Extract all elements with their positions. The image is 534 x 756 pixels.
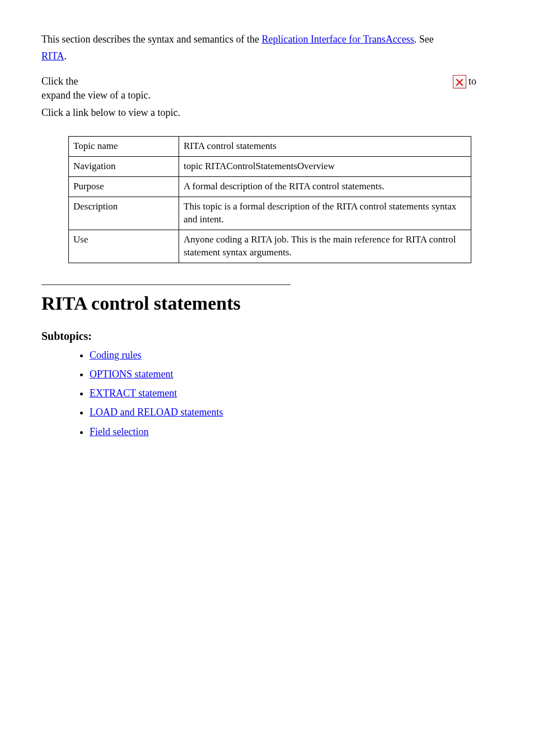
- expand-prefix: Click the: [41, 76, 81, 87]
- list-item: EXTRACT statement: [90, 386, 493, 400]
- cell-value: topic RITAControlStatementsOverview: [179, 157, 471, 177]
- cell-value: Anyone coding a RITA job. This is the ma…: [179, 230, 471, 263]
- broken-image-icon[interactable]: [453, 75, 466, 88]
- intro-paragraph-line1: This section describes the syntax and se…: [41, 32, 493, 46]
- cell-value: This topic is a formal description of th…: [179, 197, 471, 230]
- list-item: Coding rules: [90, 348, 493, 362]
- click-link-instruction: Click a link below to view a topic.: [41, 106, 493, 119]
- subtopic-link[interactable]: LOAD and RELOAD statements: [90, 407, 223, 418]
- cell-key: Purpose: [69, 176, 179, 197]
- subtopic-link[interactable]: OPTIONS statement: [90, 368, 173, 380]
- link-rita-short[interactable]: RITA: [41, 50, 64, 62]
- list-item: OPTIONS statement: [90, 367, 493, 381]
- intro-text-suffix: . See: [414, 34, 434, 45]
- subtopic-link[interactable]: Coding rules: [90, 349, 142, 361]
- intro-paragraph-line2: RITA.: [41, 49, 493, 63]
- subtopic-link[interactable]: EXTRACT statement: [90, 388, 177, 399]
- cell-key: Description: [69, 197, 179, 230]
- cell-key: Navigation: [69, 157, 179, 177]
- cell-key: Topic name: [69, 137, 179, 157]
- link-rita-full[interactable]: Replication Interface for TransAccess: [261, 34, 414, 45]
- section-divider: [41, 284, 291, 285]
- table-row: Description This topic is a formal descr…: [69, 197, 471, 230]
- intro-text-prefix: This section describes the syntax and se…: [41, 34, 261, 45]
- expand-instruction-line: Click the to expand the view of a topic.: [41, 74, 493, 102]
- intro-text-suffix2: .: [64, 50, 67, 62]
- list-item: LOAD and RELOAD statements: [90, 405, 493, 419]
- table-row: Topic name RITA control statements: [69, 137, 471, 157]
- table-row: Navigation topic RITAControlStatementsOv…: [69, 157, 471, 177]
- table-row: Use Anyone coding a RITA job. This is th…: [69, 230, 471, 263]
- subtopics-list: Coding rules OPTIONS statement EXTRACT s…: [76, 348, 493, 438]
- cell-value: A formal description of the RITA control…: [179, 176, 471, 197]
- cell-key: Use: [69, 230, 179, 263]
- subtopics-heading: Subtopics:: [41, 329, 493, 344]
- page-title: RITA control statements: [41, 291, 493, 316]
- subtopic-link[interactable]: Field selection: [90, 426, 148, 437]
- expand-suffix1: to expand the view of a topic.: [41, 76, 476, 101]
- cell-value: RITA control statements: [179, 137, 471, 157]
- table-row: Purpose A formal description of the RITA…: [69, 176, 471, 197]
- topic-metadata-table: Topic name RITA control statements Navig…: [68, 136, 471, 263]
- list-item: Field selection: [90, 425, 493, 438]
